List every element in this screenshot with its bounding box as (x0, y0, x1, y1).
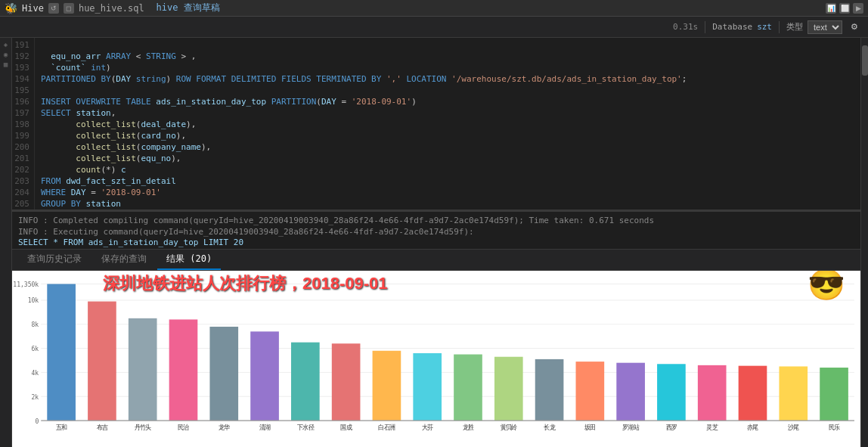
svg-text:罗湖站: 罗湖站 (622, 423, 639, 431)
svg-rect-52 (820, 368, 848, 421)
left-sidebar: ◈ ◉ ▦ (0, 38, 12, 447)
settings-btn[interactable]: ⚙ (847, 20, 862, 33)
sidebar-icon-3[interactable]: ▦ (4, 61, 8, 68)
svg-text:4k: 4k (32, 368, 39, 377)
back-btn[interactable]: ↺ (48, 3, 59, 14)
svg-text:丹竹头: 丹竹头 (135, 423, 151, 431)
svg-rect-40 (576, 362, 605, 421)
svg-text:龙胜: 龙胜 (463, 423, 474, 431)
svg-rect-34 (454, 355, 482, 421)
content-area: 191192193194 195196197198 199200201202 2… (12, 38, 860, 447)
chart-btn[interactable]: 📊 (826, 3, 836, 14)
svg-rect-44 (657, 364, 686, 421)
sidebar-icon-1[interactable]: ◈ (4, 41, 8, 48)
tab-saved[interactable]: 保存的查询 (92, 250, 156, 270)
log-line-1: INFO : Completed compiling command(query… (18, 215, 854, 226)
svg-text:2k: 2k (32, 393, 39, 401)
db-label: Database (712, 22, 752, 32)
expand-btn[interactable]: ▶ (853, 3, 863, 14)
svg-rect-32 (413, 353, 442, 421)
svg-text:6k: 6k (32, 345, 39, 353)
bottom-panel: INFO : Completed compiling command(query… (12, 212, 860, 447)
svg-text:长龙: 长龙 (544, 423, 555, 431)
svg-text:西罗: 西罗 (666, 423, 677, 431)
right-scrollbar[interactable] (860, 38, 868, 447)
svg-rect-38 (535, 359, 564, 421)
svg-rect-36 (494, 357, 523, 421)
split-btn[interactable]: ⬜ (839, 3, 850, 14)
line-numbers: 191192193194 195196197198 199200201202 2… (12, 38, 35, 210)
svg-rect-30 (373, 351, 401, 421)
sidebar-icon-2[interactable]: ◉ (4, 51, 8, 58)
timing-display: 0.31s (673, 22, 698, 32)
svg-text:国成: 国成 (340, 423, 352, 431)
svg-text:10k: 10k (28, 296, 39, 305)
svg-text:清湖: 清湖 (259, 423, 271, 431)
svg-text:大芬: 大芬 (422, 423, 433, 431)
svg-rect-14 (47, 284, 76, 421)
tab-badge: hive 查询草稿 (157, 2, 220, 14)
db-value[interactable]: szt (757, 22, 772, 32)
log-line-2: INFO : Executing command(queryId=hive_20… (18, 226, 854, 237)
svg-rect-26 (291, 343, 320, 421)
type-label: 类型 (786, 21, 803, 33)
main-area: ◈ ◉ ▦ 191192193194 195196197198 19920020… (0, 38, 868, 447)
svg-text:五和: 五和 (56, 423, 67, 431)
code-content[interactable]: equ_no_arr ARRAY < STRING > , `count` in… (35, 38, 860, 210)
svg-text:黉贝岭: 黉贝岭 (501, 423, 517, 431)
svg-rect-24 (250, 331, 279, 421)
svg-text:白石洲: 白石洲 (378, 423, 395, 431)
tab-filename: hue_hive.sql (79, 3, 144, 14)
log-query: SELECT * FROM ads_in_station_day_top LIM… (18, 237, 854, 247)
title-bar: 🐝 Hive ↺ ◻ hue_hive.sql hive 查询草稿 📊 ⬜ ▶ (0, 0, 868, 17)
toolbar: 0.31s Database szt 类型 text ⚙ (0, 17, 868, 38)
tab-history[interactable]: 查询历史记录 (18, 250, 91, 270)
svg-rect-20 (169, 319, 198, 421)
chart-container: 深圳地铁进站人次排行榜，2018-09-01 😎 11,350k10k8k6k4… (12, 271, 860, 447)
window-controls: 📊 ⬜ ▶ (826, 3, 863, 14)
editor-lines: 191192193194 195196197198 199200201202 2… (12, 38, 860, 210)
new-file-btn[interactable]: ◻ (64, 3, 74, 14)
chart-svg: 11,350k10k8k6k4k2k0五和布吉丹竹头民治龙华清湖下水径国成白石洲… (12, 271, 860, 447)
svg-text:8k: 8k (32, 321, 39, 329)
svg-text:11,350k: 11,350k (13, 280, 39, 288)
sep2 (779, 21, 780, 33)
svg-text:赤尾: 赤尾 (747, 423, 758, 431)
svg-text:民治: 民治 (178, 423, 189, 431)
svg-rect-16 (88, 302, 116, 421)
svg-rect-22 (209, 327, 238, 421)
tabs-bar: 查询历史记录 保存的查询 结果 (20) (12, 250, 860, 271)
svg-rect-46 (698, 365, 727, 421)
svg-text:布吉: 布吉 (97, 423, 108, 431)
svg-text:坂田: 坂田 (584, 423, 596, 431)
sep1 (705, 21, 705, 33)
svg-rect-50 (779, 366, 808, 421)
tab-results[interactable]: 结果 (20) (157, 250, 221, 270)
svg-text:灵芝: 灵芝 (706, 423, 718, 431)
app-icon: 🐝 (5, 2, 17, 14)
svg-text:下水径: 下水径 (297, 423, 314, 431)
log-area: INFO : Completed compiling command(query… (12, 212, 860, 250)
svg-text:龙华: 龙华 (219, 423, 230, 431)
editor-area: 191192193194 195196197198 199200201202 2… (12, 38, 860, 212)
svg-rect-18 (129, 318, 157, 421)
svg-rect-28 (332, 343, 361, 421)
svg-rect-48 (739, 366, 767, 421)
type-select[interactable]: text (808, 20, 842, 34)
svg-text:0: 0 (35, 417, 39, 425)
app-name: Hive (22, 3, 44, 14)
svg-text:民乐: 民乐 (829, 423, 840, 431)
svg-text:沙尾: 沙尾 (788, 423, 799, 431)
svg-rect-42 (616, 363, 645, 421)
